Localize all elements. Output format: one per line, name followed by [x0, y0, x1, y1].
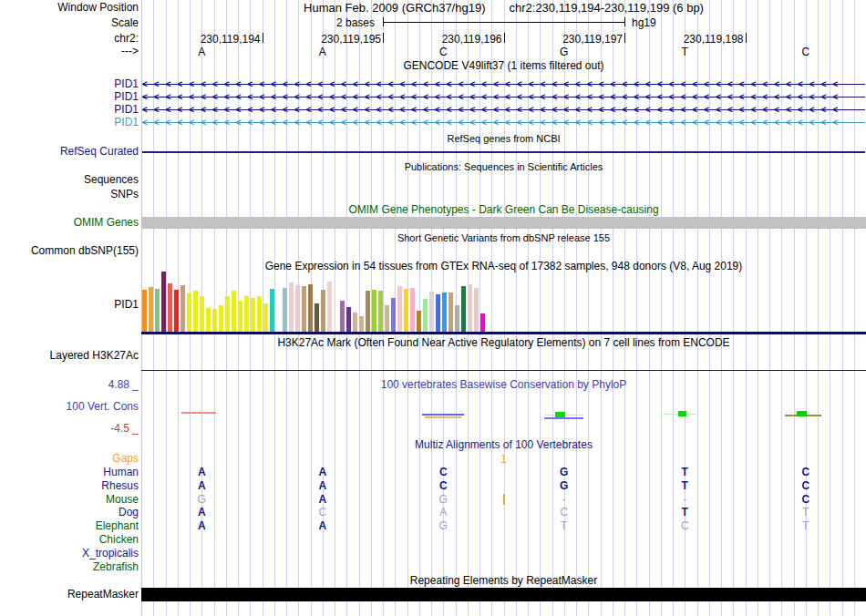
gtex-tissue-bar[interactable] [474, 288, 479, 332]
repeatmasker-track-title[interactable]: Repeating Elements by RepeatMasker [141, 575, 866, 587]
gtex-tissue-bar[interactable] [149, 287, 153, 332]
species-label[interactable]: Human [0, 467, 139, 478]
gencode-track-title[interactable]: GENCODE V49lift37 (1 items filtered out) [141, 60, 866, 72]
species-label[interactable]: Mouse [0, 494, 139, 506]
sequences-label[interactable]: Sequences [0, 174, 139, 186]
dbsnp-label[interactable]: Common dbSNP(155) [0, 245, 139, 257]
gtex-tissue-bar[interactable] [346, 307, 351, 332]
gtex-tissue-bar[interactable] [283, 288, 287, 332]
gtex-tissue-bar[interactable] [359, 316, 364, 332]
h3k27ac-label[interactable]: Layered H3K27Ac [0, 350, 139, 362]
gtex-tissue-bar[interactable] [295, 285, 300, 332]
gtex-tissue-bar[interactable] [180, 285, 185, 332]
gtex-tissue-bar[interactable] [448, 293, 453, 332]
gtex-tissue-bar[interactable] [397, 286, 402, 332]
gtex-tissue-bar[interactable] [442, 293, 447, 332]
gtex-tissue-bar[interactable] [193, 291, 198, 332]
publications-track-title[interactable]: Publications: Sequences in Scientific Ar… [141, 161, 866, 173]
multiz-base: C [677, 520, 692, 532]
species-label[interactable]: X_tropicalis [0, 548, 139, 560]
gene-label[interactable]: PID1 [0, 104, 139, 116]
gtex-tissue-bar[interactable] [225, 296, 230, 332]
gtex-tissue-bar[interactable] [480, 313, 485, 332]
repeatmasker-feature-bar[interactable] [141, 588, 866, 601]
conservation-track-title[interactable]: 100 vertebrates Basewise Conservation by… [141, 379, 866, 391]
gtex-tissue-bar[interactable] [219, 305, 223, 332]
gtex-tissue-bar[interactable] [251, 298, 255, 332]
gtex-tissue-bar[interactable] [429, 292, 434, 332]
gtex-tissue-bar[interactable] [244, 296, 249, 332]
gtex-tissue-bar[interactable] [238, 301, 242, 332]
gtex-tissue-bar[interactable] [468, 284, 472, 332]
window-position-label: Window Position [0, 2, 139, 14]
gtex-track-title[interactable]: Gene Expression in 54 tissues from GTEx … [141, 261, 866, 272]
gtex-tissue-bar[interactable] [455, 305, 459, 332]
gtex-tissue-bar[interactable] [321, 290, 325, 332]
gtex-gene-label[interactable]: PID1 [0, 299, 139, 311]
gtex-tissue-bar[interactable] [187, 293, 191, 332]
omim-track-title[interactable]: OMIM Gene Phenotypes - Dark Green Can Be… [141, 204, 866, 216]
refseq-gene-line[interactable] [142, 151, 865, 153]
snps-label[interactable]: SNPs [0, 189, 139, 200]
omim-genes-label[interactable]: OMIM Genes [0, 217, 139, 229]
gtex-tissue-bar[interactable] [378, 291, 383, 332]
gene-label[interactable]: PID1 [0, 78, 139, 90]
coordinate-label: 230,119,198 [673, 33, 744, 46]
multiz-track-title[interactable]: Multiz Alignments of 100 Vertebrates [141, 439, 866, 451]
gene-strand-arrows[interactable]: <<<<<<<<<<<<<<<<<<<<<<<<<<<<<<<<<<<<<<<<… [142, 78, 865, 90]
omim-gene-bar[interactable] [141, 217, 866, 229]
gtex-tissue-bar[interactable] [372, 290, 376, 332]
gtex-tissue-bar[interactable] [168, 283, 172, 332]
multiz-base: C [436, 467, 450, 478]
species-label[interactable]: Rhesus [0, 480, 139, 492]
gtex-tissue-bar[interactable] [257, 296, 262, 332]
insertion-count: 1 [498, 453, 510, 466]
gtex-tissue-bar[interactable] [385, 305, 389, 332]
gene-label[interactable]: PID1 [0, 117, 139, 128]
gtex-tissue-bar[interactable] [161, 272, 166, 332]
gtex-tissue-bar[interactable] [270, 289, 274, 332]
gtex-tissue-bar[interactable] [417, 311, 421, 332]
gtex-tissue-bar[interactable] [289, 282, 294, 332]
gtex-tissue-bar[interactable] [410, 288, 415, 332]
gene-strand-arrows[interactable]: <<<<<<<<<<<<<<<<<<<<<<<<<<<<<<<<<<<<<<<<… [142, 104, 865, 116]
gtex-tissue-bar[interactable] [302, 286, 306, 332]
insertion-marker [503, 494, 505, 505]
species-label[interactable]: Chicken [0, 534, 139, 546]
gtex-tissue-bar[interactable] [461, 286, 466, 332]
gtex-tissue-bar[interactable] [340, 301, 345, 332]
gtex-tissue-bar[interactable] [366, 291, 370, 332]
gtex-tissue-bar[interactable] [308, 284, 313, 332]
gtex-tissue-bar[interactable] [404, 289, 408, 332]
species-label[interactable]: Zebrafish [0, 561, 139, 573]
species-label[interactable]: Elephant [0, 520, 139, 532]
gtex-tissue-bar[interactable] [327, 282, 332, 332]
gtex-tissue-bar[interactable] [212, 309, 217, 332]
gtex-tissue-bar[interactable] [263, 303, 268, 332]
gtex-tissue-bar[interactable] [423, 299, 428, 332]
gtex-tissue-bar[interactable] [232, 291, 236, 332]
gtex-tissue-bar[interactable] [391, 298, 396, 332]
conservation-label[interactable]: 100 Vert. Cons [0, 401, 139, 413]
h3k27ac-track-title[interactable]: H3K27Ac Mark (Often Found Near Active Re… [141, 337, 866, 349]
gene-label[interactable]: PID1 [0, 91, 139, 103]
repeatmasker-label[interactable]: RepeatMasker [0, 589, 139, 601]
gene-strand-arrows[interactable]: <<<<<<<<<<<<<<<<<<<<<<<<<<<<<<<<<<<<<<<<… [142, 91, 865, 103]
gtex-tissue-bar[interactable] [206, 308, 211, 332]
gtex-tissue-bar[interactable] [314, 303, 319, 332]
refseq-track-title[interactable]: RefSeq genes from NCBI [141, 133, 866, 145]
gtex-tissue-bar[interactable] [174, 290, 179, 332]
coordinate-tick [504, 33, 505, 43]
multiz-base: C [799, 467, 813, 478]
coordinate-tick [383, 33, 384, 43]
gene-strand-arrows[interactable]: <<<<<<<<<<<<<<<<<<<<<<<<<<<<<<<<<<<<<<<<… [142, 117, 865, 128]
gtex-tissue-bar[interactable] [200, 296, 204, 332]
dbsnp-track-title[interactable]: Short Genetic Variants from dbSNP releas… [141, 232, 866, 244]
gtex-tissue-bar[interactable] [155, 289, 160, 332]
gtex-tissue-bar[interactable] [436, 294, 440, 332]
species-label[interactable]: Dog [0, 507, 139, 518]
gtex-tissue-bar[interactable] [142, 290, 147, 332]
cons-mark [544, 417, 583, 419]
gtex-tissue-bar[interactable] [353, 313, 357, 332]
refseq-curated-label[interactable]: RefSeq Curated [0, 146, 139, 158]
